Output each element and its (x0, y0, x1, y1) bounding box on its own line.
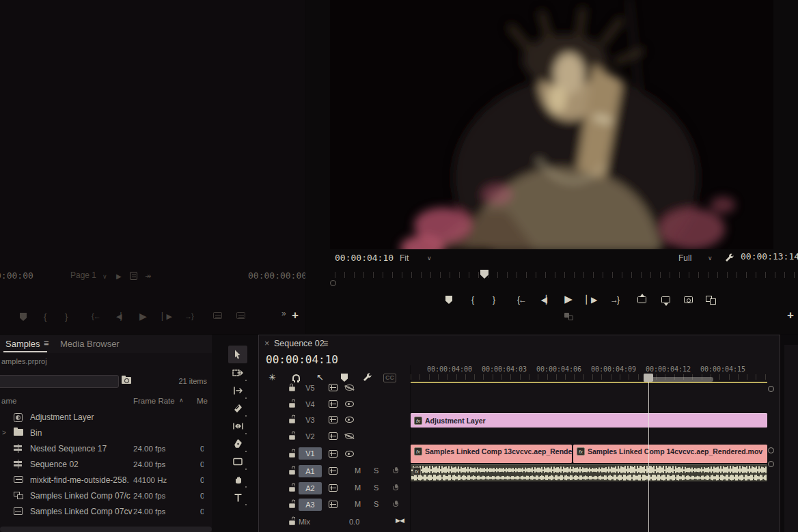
sync-lock-icon[interactable] (329, 501, 338, 508)
insert-icon[interactable] (213, 312, 222, 319)
pen-tool[interactable] (228, 435, 247, 453)
lock-icon[interactable] (289, 520, 295, 525)
list-item[interactable]: Nested Sequence 17 24.00 fps 0 (0, 441, 212, 457)
rectangle-tool[interactable] (228, 453, 247, 471)
add-button[interactable]: + (292, 309, 299, 322)
add-button[interactable]: + (787, 309, 794, 322)
export-frame-button[interactable] (679, 292, 697, 307)
track-header-v1[interactable]: V1 (259, 445, 411, 464)
column-frame-rate[interactable]: Frame Rate (133, 397, 175, 405)
track-label[interactable]: V2 (299, 430, 322, 443)
page-settings-icon[interactable] (130, 272, 137, 280)
scrollbar-handle[interactable] (768, 447, 774, 453)
clip-linked-comp-14[interactable]: fx Samples Linked Comp 14cvcvc.aep_Rende… (573, 445, 767, 463)
track-header-v2[interactable]: V2 (259, 429, 411, 445)
track-label[interactable]: V3 (299, 414, 322, 426)
next-page-icon[interactable]: ▶ (116, 272, 122, 280)
track-header-v3[interactable]: V3 (259, 412, 411, 429)
step-back-button[interactable]: ◀▏ (537, 292, 555, 307)
go-to-in-icon[interactable]: {← (92, 312, 100, 320)
close-icon[interactable]: × (264, 339, 269, 348)
track-header-a2[interactable]: A2 M S (259, 481, 411, 497)
solo-button[interactable]: S (374, 484, 379, 492)
list-item[interactable]: Adjustment Layer (0, 410, 212, 425)
clip-linked-comp-13[interactable]: fx Samples Linked Comp 13cvcvc.aep_Rende… (411, 445, 572, 463)
razor-tool[interactable] (228, 400, 247, 417)
list-item[interactable]: Sequence 02 24.00 fps 0 (0, 457, 212, 473)
go-to-out-button[interactable]: →} (605, 292, 623, 307)
track-visibility-icon[interactable] (345, 401, 354, 407)
voiceover-record-icon[interactable] (393, 467, 399, 475)
overflow-button[interactable]: » (281, 309, 286, 318)
zoom-level-select[interactable]: Fit (400, 253, 409, 263)
list-item[interactable]: Samples Linked Comp 07/c 24.00 fps 0 (0, 488, 212, 504)
disclosure-icon[interactable]: > (2, 429, 6, 436)
type-tool[interactable] (228, 488, 247, 506)
program-position-timecode[interactable]: 00:00:04:10 (335, 253, 394, 263)
sync-lock-icon[interactable] (329, 484, 338, 492)
step-back-icon[interactable]: ◀▏ (116, 312, 125, 321)
track-visibility-icon[interactable] (345, 417, 354, 423)
timeline-ruler[interactable] (411, 374, 767, 380)
lock-icon[interactable] (289, 419, 295, 423)
go-to-in-button[interactable]: {← (512, 292, 530, 307)
track-visibility-icon[interactable] (345, 433, 354, 439)
clip-adjustment-layer[interactable]: fx Adjustment Layer (411, 413, 767, 428)
play-icon[interactable]: ▶ (139, 311, 147, 322)
mark-in-icon[interactable]: { (44, 311, 46, 322)
page-selector[interactable]: Page 1 (70, 270, 96, 280)
playback-quality-select[interactable]: Full (678, 253, 691, 263)
play-button[interactable]: ▶ (560, 292, 577, 307)
list-item[interactable]: > Bin (0, 425, 212, 441)
track-header-a1[interactable]: A1 M S (259, 464, 411, 481)
list-item[interactable]: mixkit-find-me-outside-258. 44100 Hz 0 (0, 473, 212, 488)
search-input[interactable] (0, 375, 119, 388)
panel-menu-icon[interactable]: ≡ (323, 339, 328, 348)
sync-lock-icon[interactable] (329, 400, 338, 408)
lock-icon[interactable] (289, 470, 295, 475)
clip-audio[interactable]: fx (411, 464, 767, 481)
hand-tool[interactable] (228, 471, 247, 488)
chevron-down-icon[interactable]: ∨ (102, 273, 107, 280)
lock-icon[interactable] (289, 487, 295, 492)
voiceover-record-icon[interactable] (393, 484, 399, 492)
track-header-a3[interactable]: A3 M S (259, 497, 411, 514)
track-visibility-icon[interactable] (345, 451, 354, 457)
solo-button[interactable]: S (374, 500, 379, 508)
add-marker-icon[interactable] (20, 313, 27, 321)
tab-project-samples[interactable]: Samples (5, 339, 40, 349)
track-select-forward-tool[interactable] (228, 364, 247, 382)
scrollbar-handle[interactable] (768, 461, 774, 467)
extract-button[interactable] (657, 292, 674, 307)
list-item[interactable]: Samples Linked Comp 07cv 24.00 fps 0 (0, 504, 212, 520)
add-marker-button[interactable] (440, 292, 458, 307)
track-label[interactable]: V1 (299, 447, 322, 460)
mark-out-icon[interactable]: } (65, 311, 68, 322)
search-bins-icon[interactable] (122, 377, 131, 384)
lock-icon[interactable] (289, 403, 295, 408)
overwrite-icon[interactable] (236, 312, 245, 319)
track-label[interactable]: A1 (299, 465, 322, 477)
lock-icon[interactable] (289, 387, 295, 391)
selection-tool[interactable] (228, 346, 247, 363)
panel-menu-icon[interactable]: ≡ (44, 338, 49, 348)
track-header-v4[interactable]: V4 (259, 397, 411, 412)
mute-button[interactable]: M (355, 484, 361, 492)
ripple-edit-tool[interactable] (228, 382, 247, 400)
horizontal-scrollbar[interactable] (0, 527, 212, 532)
chevron-down-icon[interactable]: ∨ (427, 255, 432, 262)
tab-sequence-02[interactable]: Sequence 02 (274, 339, 325, 348)
column-media[interactable]: Me (197, 397, 208, 405)
program-scrub-bar[interactable] (335, 272, 797, 278)
mix-level-value[interactable]: 0.0 (349, 518, 359, 526)
track-header-v5[interactable]: V5 (259, 380, 411, 397)
lock-icon[interactable] (289, 453, 295, 458)
loop-playback-icon[interactable] (564, 313, 574, 321)
keyframe-nav-icon[interactable]: ▶◀ (396, 517, 404, 524)
lock-icon[interactable] (289, 435, 295, 440)
track-header-mix[interactable]: Mix 0.0 ▶◀ (259, 514, 411, 532)
scrollbar-handle[interactable] (330, 280, 336, 286)
mute-button[interactable]: M (355, 466, 361, 475)
scrollbar-handle[interactable] (768, 386, 774, 392)
timeline-position-timecode[interactable]: 00:00:04:10 (266, 353, 338, 366)
